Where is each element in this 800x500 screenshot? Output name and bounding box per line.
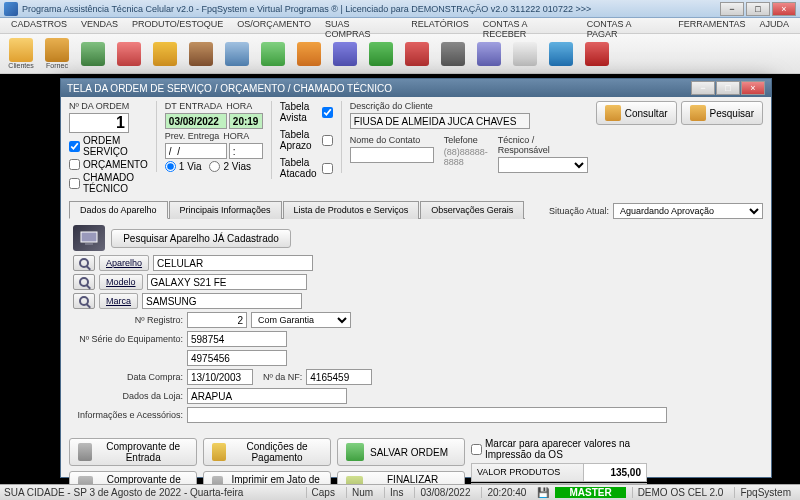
toolbar-btn-11[interactable] [364, 36, 398, 72]
magnifier-icon [79, 258, 89, 268]
toolbar-btn-10[interactable] [328, 36, 362, 72]
contact-input[interactable] [350, 147, 434, 163]
toolbar-btn-5[interactable] [148, 36, 182, 72]
entry-time-input[interactable] [229, 113, 263, 129]
print-values-check[interactable] [471, 444, 482, 455]
modelo-search-btn[interactable] [73, 274, 95, 290]
table-avista-check[interactable] [322, 107, 333, 118]
modelo-link[interactable]: Modelo [99, 274, 143, 290]
main-titlebar: Programa Assistência Técnica Celular v2.… [0, 0, 800, 18]
modal-close[interactable]: × [741, 81, 765, 95]
service-order-modal: TELA DA ORDEM DE SERVIÇO / ORÇAMENTO / C… [60, 78, 772, 478]
table-atacado-check[interactable] [322, 163, 333, 174]
info-icon [549, 42, 573, 66]
aparelho-search-btn[interactable] [73, 255, 95, 271]
menu-cadastros[interactable]: CADASTROS [4, 18, 74, 33]
via1-radio[interactable] [165, 161, 176, 172]
entry-date-input[interactable] [165, 113, 227, 129]
marca-input[interactable] [142, 293, 302, 309]
menu-compras[interactable]: SUAS COMPRAS [318, 18, 404, 33]
menu-pagar[interactable]: CONTAS A PAGAR [580, 18, 671, 33]
box-icon [189, 42, 213, 66]
toolbar-btn-17[interactable] [580, 36, 614, 72]
doc-icon [117, 42, 141, 66]
wrench-icon [297, 42, 321, 66]
type-orcamento-check[interactable] [69, 159, 80, 170]
toolbar-fornec[interactable]: Fornec [40, 36, 74, 72]
tab-principais[interactable]: Principais Informações [169, 201, 282, 219]
toolbar-btn-4[interactable] [112, 36, 146, 72]
menu-vendas[interactable]: VENDAS [74, 18, 125, 33]
registro-input[interactable] [187, 312, 247, 328]
aparelho-input[interactable] [153, 255, 313, 271]
coin-icon [153, 42, 177, 66]
close-button[interactable]: × [772, 2, 796, 16]
menu-ferramentas[interactable]: FERRAMENTAS [671, 18, 752, 33]
menu-receber[interactable]: CONTAS A RECEBER [476, 18, 580, 33]
toolbar-btn-16[interactable] [544, 36, 578, 72]
tecnico-select[interactable] [498, 157, 588, 173]
salvar-button[interactable]: SALVAR ORDEM [337, 438, 465, 466]
comp-entrada-button[interactable]: Comprovante de Entrada [69, 438, 197, 466]
client-desc-input[interactable] [350, 113, 530, 129]
toolbar-btn-14[interactable] [472, 36, 506, 72]
type-ordem-check[interactable] [69, 141, 80, 152]
datacompra-input[interactable] [187, 369, 253, 385]
modelo-input[interactable] [147, 274, 307, 290]
via2-radio[interactable] [209, 161, 220, 172]
cond-pag-button[interactable]: Condições de Pagamento [203, 438, 331, 466]
modal-maximize[interactable]: □ [716, 81, 740, 95]
marca-link[interactable]: Marca [99, 293, 138, 309]
tab-obs[interactable]: Observações Gerais [420, 201, 524, 219]
tab-dados-aparelho[interactable]: Dados do Aparelho [69, 201, 168, 219]
garantia-select[interactable]: Com Garantia [251, 312, 351, 328]
maximize-button[interactable]: □ [746, 2, 770, 16]
modal-minimize[interactable]: − [691, 81, 715, 95]
acessorios-input[interactable] [187, 407, 667, 423]
pesquisar-button[interactable]: Pesquisar [681, 101, 763, 125]
extra-input[interactable] [187, 350, 287, 366]
plus-icon [369, 42, 393, 66]
total-produtos: 135,00 [584, 464, 646, 481]
prev-time-input[interactable] [229, 143, 263, 159]
consultar-button[interactable]: Consultar [596, 101, 677, 125]
svg-rect-0 [81, 232, 97, 242]
loja-input[interactable] [187, 388, 347, 404]
minimize-button[interactable]: − [720, 2, 744, 16]
folder-icon [81, 42, 105, 66]
magnifier-icon [79, 277, 89, 287]
toolbar-btn-9[interactable] [292, 36, 326, 72]
status-select[interactable]: Aguardando Aprovação [613, 203, 763, 219]
type-chamado-check[interactable] [69, 178, 80, 189]
toolbar-btn-6[interactable] [184, 36, 218, 72]
status-location: SUA CIDADE - SP 3 de Agosto de 2022 - Qu… [4, 487, 243, 498]
aparelho-link[interactable]: Aparelho [99, 255, 149, 271]
marca-search-btn[interactable] [73, 293, 95, 309]
toolbar-btn-8[interactable] [256, 36, 290, 72]
order-num-input[interactable] [69, 113, 129, 133]
report-icon [333, 42, 357, 66]
search-people-icon [690, 105, 706, 121]
search-device-button[interactable]: Pesquisar Aparelho JÁ Cadastrado [111, 229, 291, 248]
menu-ajuda[interactable]: AJUDA [753, 18, 797, 33]
phone-value: (88)88888-8888 [444, 147, 488, 167]
menu-relatorios[interactable]: RELATÓRIOS [404, 18, 475, 33]
toolbar-btn-7[interactable] [220, 36, 254, 72]
toolbar-btn-13[interactable] [436, 36, 470, 72]
toolbar-btn-12[interactable] [400, 36, 434, 72]
serie-input[interactable] [187, 331, 287, 347]
toolbar-btn-15[interactable] [508, 36, 542, 72]
nf-input[interactable] [306, 369, 372, 385]
refresh-icon [261, 42, 285, 66]
prev-date-input[interactable] [165, 143, 227, 159]
tab-produtos[interactable]: Lista de Produtos e Serviços [283, 201, 420, 219]
svg-rect-1 [85, 243, 93, 245]
exit-icon [585, 42, 609, 66]
menu-os[interactable]: OS/ORÇAMENTO [230, 18, 318, 33]
toolbar-btn-3[interactable] [76, 36, 110, 72]
magnifier-icon [79, 296, 89, 306]
table-aprazo-check[interactable] [322, 135, 333, 146]
toolbar-clientes[interactable]: Clientes [4, 36, 38, 72]
menu-produto[interactable]: PRODUTO/ESTOQUE [125, 18, 230, 33]
supplier-icon [45, 38, 69, 62]
